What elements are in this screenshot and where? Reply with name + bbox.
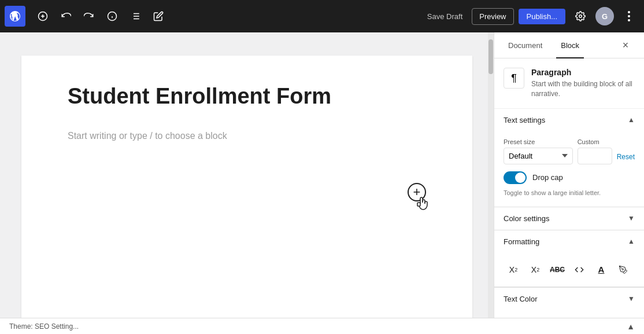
- toggle-knob: [515, 172, 525, 183]
- sidebar-close-button[interactable]: ×: [616, 32, 635, 58]
- drop-cap-toggle[interactable]: [504, 171, 527, 184]
- custom-size-input[interactable]: [578, 148, 612, 164]
- block-type-description: Start with the building block of all nar…: [531, 79, 635, 99]
- add-block-floating[interactable]: +: [408, 183, 426, 201]
- strikethrough-button[interactable]: ABC: [547, 260, 567, 280]
- color-settings-chevron: ▼: [628, 214, 635, 222]
- reset-size-button[interactable]: Reset: [617, 149, 635, 164]
- text-color-header[interactable]: Text Color ▼: [494, 288, 644, 310]
- more-options-button[interactable]: [619, 6, 639, 27]
- cursor-hand-icon: [416, 196, 430, 212]
- settings-button[interactable]: [570, 6, 591, 27]
- superscript-button[interactable]: X2: [504, 260, 523, 280]
- editor-content: Student Enrollment Form Start writing or…: [21, 56, 472, 318]
- sidebar: Document Block × ¶ Paragraph Start with …: [494, 32, 644, 318]
- drop-cap-description: Toggle to show a large initial letter.: [504, 189, 635, 197]
- main-layout: Student Enrollment Form Start writing or…: [0, 32, 644, 318]
- svg-point-12: [579, 15, 582, 18]
- custom-size-label: Custom: [578, 138, 612, 145]
- editor-scrollbar[interactable]: [488, 32, 494, 318]
- text-settings-title: Text settings: [504, 116, 545, 124]
- add-block-button[interactable]: [32, 6, 53, 27]
- color-settings-title: Color settings: [504, 214, 549, 223]
- svg-point-17: [622, 269, 624, 270]
- formatting-content: X2 X2 ABC A: [494, 253, 644, 287]
- redo-button[interactable]: [79, 6, 99, 27]
- bottom-hint-bar: Theme: SEO Setting... ▲: [0, 318, 644, 334]
- preset-size-row: Preset size Default Small Normal Large H…: [504, 138, 635, 164]
- formatting-icons: X2 X2 ABC A: [504, 260, 635, 280]
- wordpress-logo[interactable]: [5, 6, 25, 27]
- block-type-icon: ¶: [504, 68, 524, 89]
- text-settings-chevron: ▲: [628, 116, 635, 124]
- custom-size-col: Custom: [578, 138, 612, 164]
- highlight-button[interactable]: [613, 260, 633, 280]
- post-title[interactable]: Student Enrollment Form: [68, 83, 426, 110]
- preview-button[interactable]: Preview: [472, 8, 513, 25]
- formatting-title: Formatting: [504, 237, 539, 246]
- inline-code-button[interactable]: [569, 260, 589, 280]
- svg-rect-16: [417, 203, 420, 206]
- text-color-title: Text Color: [504, 295, 538, 303]
- preset-size-col: Preset size Default Small Normal Large H…: [504, 138, 573, 164]
- block-type-title: Paragraph: [531, 68, 635, 77]
- toolbar: Save Draft Preview Publish... G: [0, 0, 644, 32]
- text-color-button[interactable]: A: [591, 260, 611, 280]
- info-button[interactable]: [102, 6, 123, 27]
- block-info-text: Paragraph Start with the building block …: [531, 68, 635, 99]
- subscript-button[interactable]: X2: [525, 260, 545, 280]
- tab-block[interactable]: Block: [556, 32, 584, 58]
- edit-button[interactable]: [148, 6, 169, 27]
- text-color-section: Text Color ▼: [494, 287, 644, 310]
- block-info: ¶ Paragraph Start with the building bloc…: [494, 58, 644, 109]
- bottom-hint-text: Theme: SEO Setting...: [9, 322, 79, 331]
- scrollbar-thumb: [488, 39, 493, 74]
- formatting-section: Formatting ▲ X2 X2 ABC: [494, 230, 644, 287]
- color-settings-header[interactable]: Color settings ▼: [494, 207, 644, 230]
- svg-point-14: [628, 15, 630, 17]
- preset-size-label: Preset size: [504, 138, 573, 145]
- color-settings-section: Color settings ▼: [494, 207, 644, 230]
- toolbar-left: [5, 6, 169, 27]
- svg-point-13: [628, 11, 630, 13]
- text-color-chevron: ▼: [628, 295, 635, 303]
- preset-size-select[interactable]: Default Small Normal Large Huge: [504, 148, 573, 164]
- toolbar-right: Save Draft Preview Publish... G: [423, 6, 639, 27]
- save-draft-button[interactable]: Save Draft: [423, 9, 467, 24]
- text-settings-header[interactable]: Text settings ▲: [494, 109, 644, 131]
- paragraph-placeholder[interactable]: Start writing or type / to choose a bloc…: [68, 129, 426, 144]
- bottom-hint-expand[interactable]: ▲: [627, 322, 635, 331]
- svg-point-15: [628, 19, 630, 21]
- text-settings-section: Text settings ▲ Preset size Default Smal…: [494, 109, 644, 207]
- editor-area[interactable]: Student Enrollment Form Start writing or…: [0, 32, 494, 318]
- text-settings-content: Preset size Default Small Normal Large H…: [494, 131, 644, 207]
- list-view-button[interactable]: [125, 6, 146, 27]
- tab-document[interactable]: Document: [504, 32, 547, 58]
- formatting-chevron: ▲: [628, 237, 635, 245]
- drop-cap-row: Drop cap: [504, 171, 635, 184]
- publish-button[interactable]: Publish...: [519, 9, 565, 24]
- undo-button[interactable]: [55, 6, 76, 27]
- sidebar-tabs: Document Block ×: [494, 32, 644, 58]
- formatting-header[interactable]: Formatting ▲: [494, 230, 644, 253]
- drop-cap-label: Drop cap: [532, 173, 563, 182]
- user-avatar[interactable]: G: [595, 7, 614, 25]
